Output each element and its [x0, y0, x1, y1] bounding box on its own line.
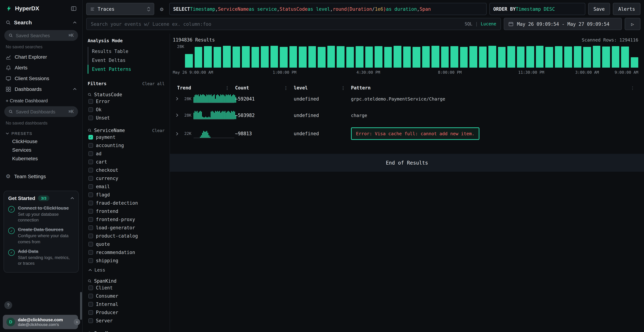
help-button[interactable]: ?: [4, 301, 12, 309]
histogram-bar[interactable]: [327, 46, 335, 68]
preset-clickhouse[interactable]: ClickHouse: [0, 137, 82, 146]
user-profile[interactable]: D dale@clickhouse.com dale@clickhouse.co…: [3, 315, 78, 329]
create-dashboard-button[interactable]: + Create Dashboard: [0, 94, 82, 105]
show-less-button[interactable]: Less: [88, 265, 164, 272]
get-started-item[interactable]: ✓ Add Data Start sending logs, metrics, …: [8, 249, 74, 266]
histogram-bar[interactable]: [194, 47, 202, 68]
filter-option-unset[interactable]: Unset: [88, 114, 164, 122]
checkbox[interactable]: [88, 286, 93, 290]
histogram-bar[interactable]: [470, 46, 477, 68]
histogram-bar[interactable]: [223, 46, 230, 68]
histogram-bar[interactable]: [308, 46, 316, 68]
histogram-bar[interactable]: [630, 57, 638, 68]
histogram-bar[interactable]: [346, 47, 354, 68]
sidebar-item-chart-explorer[interactable]: Chart Explorer: [0, 52, 82, 62]
filter-option-consumer[interactable]: Consumer: [88, 292, 164, 300]
checkbox[interactable]: [88, 168, 93, 172]
histogram-bar[interactable]: [204, 46, 212, 68]
preset-kubernetes[interactable]: Kubernetes: [0, 154, 82, 163]
filter-clear-button[interactable]: Clear: [152, 128, 164, 133]
saved-searches-input[interactable]: Saved Searches ⌘K: [4, 30, 78, 41]
histogram-bar[interactable]: [214, 47, 221, 68]
events-histogram[interactable]: 28K: [173, 46, 638, 68]
pattern-error-highlight[interactable]: Error: Visa cache full: cannot add new i…: [351, 127, 480, 140]
saved-dashboards-input[interactable]: Saved Dashboards ⌘K: [4, 106, 78, 117]
histogram-bar[interactable]: [479, 47, 486, 68]
sidebar-item-client-sessions[interactable]: Client Sessions: [0, 73, 82, 84]
row-expander-chevron-icon[interactable]: [173, 97, 182, 100]
histogram-bar[interactable]: [536, 46, 544, 68]
histogram-bar[interactable]: [621, 47, 629, 68]
chevron-up-icon[interactable]: [70, 197, 74, 199]
histogram-bar[interactable]: [441, 47, 449, 68]
histogram-bar[interactable]: [337, 46, 344, 68]
column-header-trend[interactable]: Trend ⋮: [173, 85, 235, 90]
sidebar-item-dashboards[interactable]: Dashboards: [0, 84, 82, 94]
collapse-sidebar-icon[interactable]: [71, 6, 76, 12]
filter-option-ad[interactable]: ad: [88, 150, 164, 158]
checkbox[interactable]: [88, 99, 93, 104]
histogram-bar[interactable]: [564, 47, 572, 68]
checkbox[interactable]: [88, 184, 93, 189]
filter-option-server[interactable]: Server: [88, 316, 164, 325]
histogram-bar[interactable]: [507, 46, 515, 68]
alerts-button[interactable]: Alerts: [613, 3, 640, 15]
chevron-right-icon[interactable]: ›: [74, 319, 80, 325]
analysis-mode-event-deltas[interactable]: Event Deltas: [88, 56, 164, 65]
checkbox[interactable]: [88, 143, 93, 148]
pattern-row[interactable]: 28K~592041undefinedgrpc.oteldemo.Payment…: [173, 90, 638, 107]
filter-option-flagd[interactable]: flagd: [88, 191, 164, 199]
checkbox[interactable]: [88, 242, 93, 246]
histogram-bar[interactable]: [384, 47, 392, 68]
histogram-bar[interactable]: [232, 47, 240, 68]
histogram-bar[interactable]: [545, 47, 553, 68]
filter-option-frontend-proxy[interactable]: frontend-proxy: [88, 215, 164, 224]
histogram-bar[interactable]: [289, 46, 297, 68]
filter-option-currency[interactable]: currency: [88, 174, 164, 182]
histogram-bar[interactable]: [261, 46, 268, 68]
save-button[interactable]: Save: [588, 3, 610, 15]
checkbox[interactable]: [88, 116, 93, 120]
preset-services[interactable]: Services: [0, 146, 82, 154]
row-expander-chevron-icon[interactable]: [173, 132, 182, 136]
column-header-pattern[interactable]: Pattern: [351, 85, 630, 90]
checkbox[interactable]: [88, 258, 93, 263]
lang-toggle-sql[interactable]: SQL: [464, 22, 472, 26]
filter-option-client[interactable]: Client: [88, 284, 164, 292]
filter-option-fraud-detection[interactable]: fraud-detection: [88, 199, 164, 207]
histogram-bar[interactable]: [488, 46, 496, 68]
column-menu-icon[interactable]: ⋮: [284, 85, 288, 90]
order-by-editor[interactable]: ORDER BY Timestamp DESC: [489, 3, 585, 15]
filter-option-producer[interactable]: Producer: [88, 308, 164, 316]
histogram-bar[interactable]: [242, 46, 250, 68]
histogram-bar[interactable]: [394, 46, 401, 68]
filter-option-recommendation[interactable]: recommendation: [88, 248, 164, 256]
histogram-bar[interactable]: [251, 47, 259, 68]
checkbox[interactable]: [88, 226, 93, 230]
checkbox[interactable]: [88, 318, 93, 323]
histogram-bar[interactable]: [412, 47, 420, 68]
checkbox[interactable]: [88, 209, 93, 214]
histogram-bar[interactable]: [270, 46, 278, 68]
sql-select-editor[interactable]: SELECT Timestamp, ServiceName as service…: [169, 3, 486, 15]
checkbox[interactable]: ✓: [88, 135, 93, 140]
column-menu-icon[interactable]: ⋮: [341, 85, 345, 90]
chevron-up-icon[interactable]: [73, 88, 76, 90]
checkbox[interactable]: [88, 310, 93, 315]
histogram-bar[interactable]: [602, 47, 610, 68]
get-started-item[interactable]: ✓ Create Data Sources Configure where yo…: [8, 227, 74, 245]
histogram-bar[interactable]: [299, 47, 306, 68]
source-settings-gear-icon[interactable]: ⚙: [157, 6, 166, 12]
checkbox[interactable]: [88, 192, 93, 197]
pattern-row[interactable]: 28K~503982undefinedcharge: [173, 107, 638, 124]
histogram-bar[interactable]: [185, 54, 193, 68]
search-input[interactable]: Search your events w/ Lucene ex. column:…: [86, 18, 501, 30]
analysis-mode-results-table[interactable]: Results Table: [88, 47, 164, 56]
checkbox[interactable]: [88, 302, 93, 306]
source-select[interactable]: Traces: [86, 3, 154, 15]
filter-option-product-catalog[interactable]: product-catalog: [88, 232, 164, 240]
analysis-mode-event-patterns[interactable]: Event Patterns: [88, 65, 164, 74]
filter-option-internal[interactable]: Internal: [88, 300, 164, 308]
histogram-bar[interactable]: [280, 47, 288, 68]
checkbox[interactable]: [88, 176, 93, 181]
